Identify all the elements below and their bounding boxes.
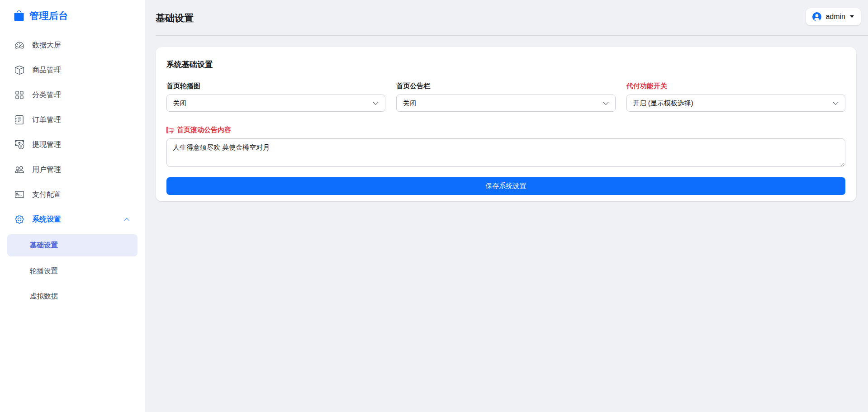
settings-card: 系统基础设置 首页轮播图 关闭 首页公告栏 bbox=[156, 47, 856, 201]
sidebar-item-label: 系统设置 bbox=[32, 215, 61, 224]
credit-card-icon bbox=[15, 190, 24, 199]
field-home-announcement-bar: 首页公告栏 关闭 bbox=[396, 82, 615, 112]
sidebar-subitem-label: 虚拟数据 bbox=[30, 292, 58, 301]
sidebar-item-products[interactable]: 商品管理 bbox=[7, 60, 138, 80]
gear-icon bbox=[15, 215, 24, 224]
megaphone-icon bbox=[166, 126, 174, 134]
field-home-carousel: 首页轮播图 关闭 bbox=[166, 82, 385, 112]
brand-title: 管理后台 bbox=[29, 9, 68, 22]
person-circle-icon bbox=[812, 12, 821, 21]
scrolling-announcement-label-text: 首页滚动公告内容 bbox=[177, 126, 231, 134]
caret-down-icon bbox=[849, 14, 854, 19]
sidebar-item-label: 商品管理 bbox=[32, 66, 61, 75]
selected-value: 关闭 bbox=[173, 99, 186, 108]
sidebar-nav: 数据大屏 商品管理 分类管理 订单管理 bbox=[0, 35, 145, 307]
selected-value: 开启 (显示模板选择) bbox=[633, 99, 693, 108]
chevron-down-icon bbox=[832, 100, 839, 107]
sidebar-subitem-virtual-data[interactable]: 虚拟数据 bbox=[7, 286, 138, 307]
people-icon bbox=[15, 165, 24, 174]
sidebar-item-label: 数据大屏 bbox=[32, 41, 61, 50]
app-root: 管理后台 数据大屏 商品管理 分类管理 bbox=[0, 0, 868, 412]
content: 系统基础设置 首页轮播图 关闭 首页公告栏 bbox=[145, 36, 868, 201]
sidebar-subitem-label: 轮播设置 bbox=[30, 266, 58, 276]
selected-value: 关闭 bbox=[403, 99, 416, 108]
scrolling-announcement-input[interactable]: 人生得意须尽欢 莫使金樽空对月 bbox=[166, 138, 845, 167]
sidebar-item-users[interactable]: 用户管理 bbox=[7, 160, 138, 180]
sidebar-item-label: 分类管理 bbox=[32, 90, 61, 100]
home-carousel-select[interactable]: 关闭 bbox=[166, 95, 385, 112]
sidebar-item-withdrawals[interactable]: 提现管理 bbox=[7, 135, 138, 155]
journal-icon bbox=[15, 115, 24, 124]
sidebar-item-orders[interactable]: 订单管理 bbox=[7, 110, 138, 130]
sidebar-subitem-label: 基础设置 bbox=[30, 241, 58, 250]
brand[interactable]: 管理后台 bbox=[14, 8, 138, 24]
chevron-up-icon bbox=[123, 216, 130, 223]
sidebar-item-categories[interactable]: 分类管理 bbox=[7, 85, 138, 105]
bag-icon bbox=[14, 10, 24, 21]
grid-icon bbox=[15, 90, 24, 99]
scrolling-announcement-label: 首页滚动公告内容 bbox=[166, 126, 845, 134]
sidebar-item-label: 用户管理 bbox=[32, 165, 61, 175]
home-carousel-label: 首页轮播图 bbox=[166, 82, 385, 90]
sidebar-item-system-settings[interactable]: 系统设置 bbox=[7, 209, 138, 229]
home-announcement-bar-select[interactable]: 关闭 bbox=[396, 95, 615, 112]
sidebar-item-payment-config[interactable]: 支付配置 bbox=[7, 185, 138, 204]
sidebar-item-label: 支付配置 bbox=[32, 190, 61, 199]
settings-form-row: 首页轮播图 关闭 首页公告栏 关闭 bbox=[166, 82, 845, 112]
cash-coin-icon bbox=[15, 140, 24, 149]
payment-switch-select[interactable]: 开启 (显示模板选择) bbox=[626, 95, 845, 112]
main-area: 基础设置 admin 系统基础设置 首页轮播图 关闭 bbox=[145, 0, 868, 412]
user-menu-button[interactable]: admin bbox=[806, 8, 861, 25]
chevron-down-icon bbox=[372, 100, 379, 107]
user-name: admin bbox=[825, 13, 845, 21]
box-icon bbox=[15, 66, 24, 75]
card-title: 系统基础设置 bbox=[166, 59, 845, 70]
sidebar-item-label: 提现管理 bbox=[32, 140, 61, 150]
payment-switch-label: 代付功能开关 bbox=[626, 82, 845, 90]
page-title: 基础设置 bbox=[156, 12, 194, 24]
save-settings-button[interactable]: 保存系统设置 bbox=[166, 177, 845, 195]
home-announcement-bar-label: 首页公告栏 bbox=[396, 82, 615, 90]
field-payment-switch: 代付功能开关 开启 (显示模板选择) bbox=[626, 82, 845, 112]
sidebar-item-label: 订单管理 bbox=[32, 115, 61, 125]
speedometer-icon bbox=[15, 41, 24, 50]
topbar: 基础设置 admin bbox=[145, 0, 868, 36]
sidebar-item-dashboard[interactable]: 数据大屏 bbox=[7, 35, 138, 55]
chevron-down-icon bbox=[602, 100, 609, 107]
sidebar-subitem-carousel-settings[interactable]: 轮播设置 bbox=[7, 260, 138, 282]
sidebar-subitem-basic-settings[interactable]: 基础设置 bbox=[7, 234, 138, 256]
sidebar: 管理后台 数据大屏 商品管理 分类管理 bbox=[0, 0, 145, 412]
